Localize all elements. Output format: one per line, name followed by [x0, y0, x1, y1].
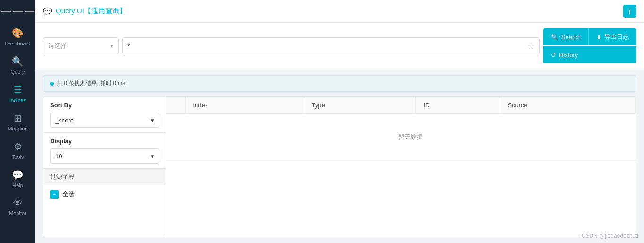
search-icon: 🔍	[551, 34, 558, 41]
sort-label: Sort By	[50, 102, 159, 109]
export-button[interactable]: ⬇ 导出日志	[588, 28, 636, 45]
history-icon: ↺	[551, 52, 556, 59]
sidebar-item-monitor[interactable]: 👁 Monitor	[0, 193, 35, 221]
display-chevron-icon: ▾	[151, 153, 154, 160]
panel-left: Sort By _score ▾ Display 10 ▾ 过滤字段	[43, 97, 166, 237]
dashboard-icon: 🎨	[12, 27, 24, 39]
header-icon: 💬	[43, 7, 52, 16]
header-title-text: Query UI【通用查询】	[56, 7, 127, 16]
table-cell-check	[166, 114, 185, 161]
chevron-down-icon: ▾	[110, 43, 113, 50]
no-data-message: 暂无数据	[185, 114, 636, 161]
results-table: Index Type ID Source 暂无数据	[166, 97, 636, 161]
sidebar-label-indices: Indices	[9, 97, 26, 103]
query-icon: 🔍	[12, 56, 24, 67]
sidebar-item-tools[interactable]: ⚙ Tools	[0, 136, 35, 165]
sidebar-label-dashboard: Dashboard	[5, 41, 31, 46]
sort-chevron-icon: ▾	[151, 117, 154, 124]
indices-icon: ☰	[14, 84, 22, 95]
status-text: 共 0 条搜索结果, 耗时 0 ms.	[57, 79, 127, 87]
display-label: Display	[50, 138, 159, 145]
filter-section: 过滤字段 － 全选	[43, 169, 166, 203]
search-button[interactable]: 🔍 Search	[543, 28, 588, 45]
sidebar-item-indices[interactable]: ☰ Indices	[0, 79, 35, 108]
display-select[interactable]: 10 ▾	[50, 148, 159, 164]
sidebar-label-mapping: Mapping	[8, 126, 27, 131]
index-select[interactable]: 请选择 ▾	[43, 37, 119, 54]
sidebar-label-help: Help	[12, 182, 23, 188]
export-label: 导出日志	[604, 33, 629, 41]
table-row: 暂无数据	[166, 114, 636, 161]
export-icon: ⬇	[596, 34, 601, 41]
query-input-wrap: ☆	[122, 37, 540, 54]
sidebar-item-query[interactable]: 🔍 Query	[0, 51, 35, 79]
table-header-row: Index Type ID Source	[166, 97, 636, 114]
sidebar-label-monitor: Monitor	[9, 210, 26, 216]
table-header-id: ID	[416, 97, 500, 114]
content-area: 共 0 条搜索结果, 耗时 0 ms. Sort By _score ▾ Dis…	[35, 69, 644, 243]
watermark: CSDN @jiedaodezhuti	[582, 233, 638, 239]
favorite-icon[interactable]: ☆	[528, 42, 534, 51]
status-bar: 共 0 条搜索结果, 耗时 0 ms.	[43, 75, 636, 92]
results-table-container: Index Type ID Source 暂无数据	[166, 97, 636, 237]
top-buttons: 🔍 Search ⬇ 导出日志	[543, 28, 636, 45]
query-bar: 请选择 ▾ ☆ 🔍 Search ⬇ 导出日志 ↺ History	[35, 23, 644, 69]
tools-icon: ⚙	[14, 141, 22, 152]
menu-toggle[interactable]	[0, 0, 35, 23]
select-all[interactable]: － 全选	[50, 190, 159, 199]
main-panel: Sort By _score ▾ Display 10 ▾ 过滤字段	[43, 96, 636, 237]
index-select-placeholder: 请选择	[48, 42, 67, 50]
action-buttons: 🔍 Search ⬇ 导出日志 ↺ History	[543, 28, 636, 63]
table-header-checkbox	[166, 97, 185, 114]
filter-label: 过滤字段	[43, 169, 166, 185]
display-section: Display 10 ▾	[43, 133, 166, 169]
table-header-source: Source	[500, 97, 635, 114]
query-input[interactable]	[128, 43, 528, 50]
main-content: 💬 Query UI【通用查询】 i 请选择 ▾ ☆ 🔍 Search ⬇ 导出…	[35, 0, 644, 243]
sidebar-item-dashboard[interactable]: 🎨 Dashboard	[0, 23, 35, 51]
select-all-label: 全选	[62, 190, 75, 199]
header-title: 💬 Query UI【通用查询】	[43, 7, 127, 16]
monitor-icon: 👁	[13, 198, 23, 208]
search-label: Search	[561, 34, 581, 41]
help-icon: 💬	[12, 169, 24, 181]
sort-section: Sort By _score ▾	[43, 97, 166, 133]
history-label: History	[559, 52, 578, 59]
sort-select[interactable]: _score ▾	[50, 113, 159, 128]
table-header-type: Type	[304, 97, 416, 114]
sort-value: _score	[55, 117, 74, 124]
select-all-icon: －	[50, 190, 59, 199]
display-value: 10	[55, 153, 62, 160]
status-dot	[50, 82, 54, 86]
sidebar-label-tools: Tools	[12, 154, 24, 160]
sidebar-label-query: Query	[11, 69, 25, 75]
sidebar-item-mapping[interactable]: ⊞ Mapping	[0, 108, 35, 136]
info-button[interactable]: i	[623, 5, 636, 18]
sidebar-item-help[interactable]: 💬 Help	[0, 165, 35, 193]
history-button[interactable]: ↺ History	[543, 46, 636, 63]
table-header-index: Index	[185, 97, 304, 114]
mapping-icon: ⊞	[14, 113, 22, 124]
sidebar: 🎨 Dashboard 🔍 Query ☰ Indices ⊞ Mapping …	[0, 0, 35, 243]
header: 💬 Query UI【通用查询】 i	[35, 0, 644, 23]
